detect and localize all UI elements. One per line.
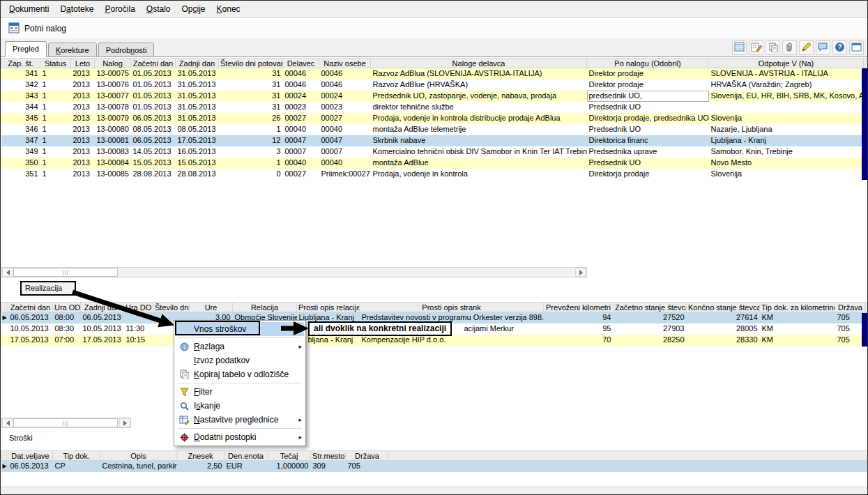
menubar-item-dokumenti[interactable]: Dokumenti <box>3 1 54 17</box>
cell[interactable]: HRVAŠKA (Varaždin; Zagreb) <box>709 79 864 91</box>
cell[interactable]: KM <box>760 312 835 323</box>
column-header[interactable]: Dat.veljave <box>8 451 53 461</box>
cell[interactable]: 1 <box>40 158 71 169</box>
cell[interactable]: 08:30 <box>53 323 81 335</box>
cell[interactable]: 17.05.2013 <box>8 335 53 346</box>
scroll-left-button[interactable] <box>2 418 13 427</box>
cell[interactable]: Skrbnik nabave <box>371 135 587 146</box>
edit-note-button[interactable] <box>749 40 763 55</box>
cell[interactable]: 28005 <box>687 323 760 335</box>
cell[interactable]: montaža AdBlue <box>371 158 587 169</box>
column-header[interactable]: Nalog <box>95 59 131 68</box>
cell[interactable]: 17.05.2013 <box>176 135 219 146</box>
list-button[interactable] <box>732 40 747 55</box>
row-selector-header[interactable] <box>1 303 8 312</box>
cell[interactable]: 28.08.2013 <box>131 169 176 180</box>
cell[interactable]: 341 <box>1 68 40 79</box>
cell[interactable]: 28250 <box>614 335 687 346</box>
cell[interactable]: predsednik UO, <box>587 91 709 102</box>
cell[interactable]: 14.05.2013 <box>131 146 176 158</box>
cell[interactable]: EUR <box>224 461 268 472</box>
cell[interactable]: 01.05.2013 <box>131 102 176 113</box>
cell[interactable]: 01.05.2013 <box>131 68 176 79</box>
cell[interactable]: 00027 <box>319 113 371 124</box>
cell[interactable]: 13-00081 <box>95 135 131 146</box>
cell[interactable]: 1 <box>40 102 71 113</box>
cell[interactable]: KM <box>760 323 835 335</box>
cell[interactable]: direktor tehnične službe <box>371 102 587 113</box>
cell[interactable]: 10:15 <box>124 335 153 346</box>
cell[interactable]: 15.05.2013 <box>131 158 176 169</box>
menubar-item-datoteke[interactable]: Datoteke <box>54 1 99 17</box>
menubar-item-poro-ila[interactable]: Poročila <box>99 1 140 17</box>
column-header[interactable]: Tip dok. <box>53 451 100 461</box>
h-scrollbar-main[interactable]: ||| <box>1 267 587 277</box>
cell[interactable]: 13-00076 <box>95 79 131 91</box>
column-header[interactable]: Država <box>835 303 866 312</box>
scroll-track[interactable] <box>118 268 575 277</box>
cell[interactable]: 95 <box>544 323 614 335</box>
cell[interactable]: 06.05.2013 <box>8 461 53 472</box>
cell[interactable]: 1 <box>40 68 71 79</box>
cell[interactable]: 705 <box>835 312 866 323</box>
cell[interactable]: Slovenija, EU, HR, BIH, SRB, MK, Kosovo,… <box>709 91 864 102</box>
cell[interactable] <box>124 312 153 323</box>
cell[interactable]: 15.05.2013 <box>176 158 219 169</box>
cell[interactable]: 2013 <box>71 146 95 158</box>
cell[interactable]: Direktor prodaje <box>587 68 709 79</box>
cell[interactable]: Slovenija <box>709 113 864 124</box>
cell[interactable]: 10.05.2013 <box>8 323 53 335</box>
column-header[interactable]: Tečaj <box>268 451 311 461</box>
column-header[interactable]: Den.enota <box>224 451 268 461</box>
cell[interactable]: 01.05.2013 <box>131 79 176 91</box>
table-row[interactable]: 3491201313-0008314.05.201316.05.20133000… <box>1 146 868 158</box>
cell[interactable]: 70 <box>544 335 614 346</box>
cell[interactable]: 1 <box>40 146 71 158</box>
cell[interactable]: 31.05.2013 <box>176 91 219 102</box>
h-scrollbar-realizacija[interactable]: ||| <box>1 418 131 428</box>
cell[interactable]: 2013 <box>71 91 95 102</box>
table-row[interactable]: ▶06.05.2013CPCestnina, tunel, parkirnina… <box>1 461 868 472</box>
column-header[interactable]: Po nalogu (Odobril) <box>587 59 709 68</box>
menu-item-filter[interactable]: Filter <box>176 385 304 399</box>
cell[interactable]: 344 <box>1 102 40 113</box>
cell[interactable]: 16.05.2013 <box>176 146 219 158</box>
cell[interactable]: 0 <box>219 169 283 180</box>
cell[interactable]: 2,50 <box>177 461 224 472</box>
cell[interactable]: 00046 <box>283 68 319 79</box>
cell[interactable]: 00040 <box>283 158 319 169</box>
cell[interactable]: 2013 <box>71 158 95 169</box>
cell[interactable]: 13-00085 <box>95 169 131 180</box>
cell[interactable]: 00046 <box>319 79 371 91</box>
cell[interactable]: 345 <box>1 113 40 124</box>
cell[interactable]: 00047 <box>283 135 319 146</box>
cell[interactable]: 26 <box>219 113 283 124</box>
column-header[interactable]: Prosti opis strank <box>360 303 544 312</box>
cell[interactable]: 13-00080 <box>95 124 131 135</box>
column-header[interactable]: Str.mesto <box>311 451 346 461</box>
menubar-item-ostalo[interactable]: Ostalo <box>141 1 176 17</box>
column-header[interactable]: Prevoženi kilometri <box>544 303 614 312</box>
tab-pregled[interactable]: Pregled <box>5 41 47 57</box>
table-row[interactable]: 3511201313-0008528.08.201328.08.20130000… <box>1 169 868 180</box>
cell[interactable]: 00024 <box>319 91 371 102</box>
cell[interactable]: 1 <box>40 169 71 180</box>
cell[interactable]: Cestnina, tunel, parkirnina, <box>100 461 177 472</box>
cell[interactable]: 00046 <box>283 79 319 91</box>
menu-item-nastavitve-preglednice[interactable]: Nastavitve preglednice▸ <box>176 413 304 427</box>
table-row[interactable]: 3431201313-0007701.05.201331.05.20133100… <box>1 91 868 102</box>
cell[interactable]: 28330 <box>687 335 760 346</box>
menubar-item-konec[interactable]: Konec <box>211 1 246 17</box>
cell[interactable]: 2013 <box>71 169 95 180</box>
cell[interactable]: 00040 <box>319 124 371 135</box>
cell[interactable]: montaža AdBlue telemetrije <box>371 124 587 135</box>
column-header[interactable]: Začetni dan <box>8 303 53 312</box>
cell[interactable]: 309 <box>311 461 346 472</box>
cell[interactable]: 00040 <box>319 158 371 169</box>
help-button[interactable]: ? <box>832 40 847 55</box>
cell[interactable]: CP <box>53 461 100 472</box>
scroll-left-button[interactable] <box>2 268 13 277</box>
cell[interactable]: 1 <box>40 79 71 91</box>
column-header[interactable]: Število dni potovanja <box>219 59 283 68</box>
cell[interactable]: Prodaja, vodenje in kontrola <box>371 169 587 180</box>
